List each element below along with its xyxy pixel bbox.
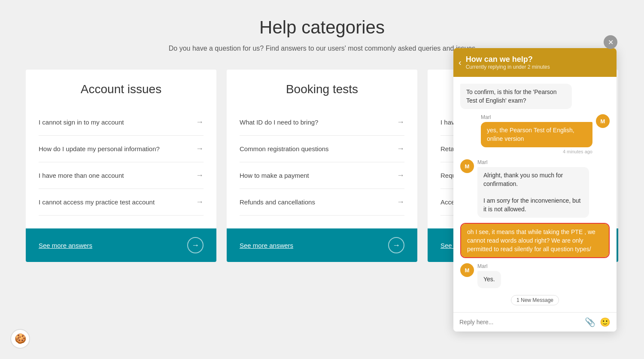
- account-see-more[interactable]: See more answers: [39, 242, 92, 249]
- category-account: Account issues I cannot sign in to my ac…: [26, 70, 216, 262]
- emoji-icon[interactable]: 🙂: [600, 317, 611, 327]
- agent-avatar-5: M: [460, 263, 474, 277]
- booking-item-4[interactable]: Refunds and cancellations →: [240, 189, 404, 216]
- category-booking: Booking tests What ID do I need to bring…: [227, 70, 417, 262]
- page-title: Help categories: [26, 17, 618, 38]
- booking-see-more[interactable]: See more answers: [240, 242, 293, 249]
- msg-sender: Marl: [481, 114, 592, 120]
- user-avatar: M: [596, 114, 610, 128]
- msg-bubble-3: Alright, thank you so much for confirmat…: [477, 167, 589, 218]
- account-footer[interactable]: See more answers →: [26, 228, 216, 262]
- chat-back-button[interactable]: ‹: [459, 58, 462, 67]
- message-2: M Marl yes, the Pearson Test of English,…: [460, 114, 610, 154]
- msg-sender-5: Marl: [477, 263, 501, 269]
- account-item-1[interactable]: I cannot sign in to my account →: [39, 109, 204, 136]
- chat-messages: To confirm, is this for the 'Pearson Tes…: [453, 77, 617, 312]
- arrow-icon: →: [196, 118, 204, 127]
- message-4-highlighted: oh I see, it means that while taking the…: [460, 223, 610, 258]
- account-title: Account issues: [39, 82, 204, 96]
- account-footer-arrow[interactable]: →: [187, 237, 204, 253]
- chat-title: How can we help?: [466, 55, 610, 64]
- msg-bubble-5: Yes.: [477, 271, 501, 288]
- cookie-icon: 🍪: [15, 333, 26, 344]
- msg-time-2: 4 minutes ago: [481, 149, 592, 154]
- agent-avatar: M: [460, 159, 474, 173]
- chat-header: ‹ How can we help? Currently replying in…: [453, 48, 617, 77]
- msg-sender-3: Marl: [477, 159, 589, 165]
- arrow-icon: →: [196, 198, 204, 207]
- booking-footer-arrow[interactable]: →: [388, 237, 404, 253]
- account-item-2[interactable]: How do I update my personal information?…: [39, 136, 204, 162]
- booking-item-1[interactable]: What ID do I need to bring? →: [240, 109, 404, 136]
- cookie-button[interactable]: 🍪: [10, 329, 30, 349]
- message-1: To confirm, is this for the 'Pearson Tes…: [460, 84, 610, 109]
- arrow-icon: →: [397, 118, 404, 127]
- chat-input[interactable]: [459, 319, 580, 326]
- booking-title: Booking tests: [240, 82, 404, 96]
- booking-footer[interactable]: See more answers →: [227, 228, 417, 262]
- message-5: M Marl Yes.: [460, 263, 610, 288]
- arrow-icon: →: [397, 198, 404, 207]
- msg-bubble-2: yes, the Pearson Test of English, online…: [481, 122, 592, 147]
- arrow-icon: →: [397, 144, 404, 153]
- new-message-badge: 1 New Message: [511, 295, 559, 305]
- chat-input-area: 📎 🙂: [453, 312, 617, 332]
- chat-subtitle: Currently replying in under 2 minutes: [466, 64, 610, 70]
- attach-icon[interactable]: 📎: [585, 317, 595, 327]
- booking-item-2[interactable]: Common registration questions →: [240, 136, 404, 162]
- account-item-4[interactable]: I cannot access my practice test account…: [39, 189, 204, 216]
- arrow-icon: →: [196, 171, 204, 180]
- arrow-icon: →: [397, 171, 404, 180]
- close-icon: ✕: [608, 38, 614, 46]
- account-item-3[interactable]: I have more than one account →: [39, 162, 204, 189]
- msg-bubble-4: oh I see, it means that while taking the…: [461, 224, 609, 258]
- arrow-icon: →: [196, 144, 204, 153]
- close-button[interactable]: ✕: [604, 35, 617, 49]
- booking-item-3[interactable]: How to make a payment →: [240, 162, 404, 189]
- back-icon: ‹: [459, 58, 462, 67]
- msg-bubble-1: To confirm, is this for the 'Pearson Tes…: [460, 84, 572, 109]
- message-3: M Marl Alright, thank you so much for co…: [460, 159, 610, 218]
- chat-widget: ‹ How can we help? Currently replying in…: [453, 48, 617, 332]
